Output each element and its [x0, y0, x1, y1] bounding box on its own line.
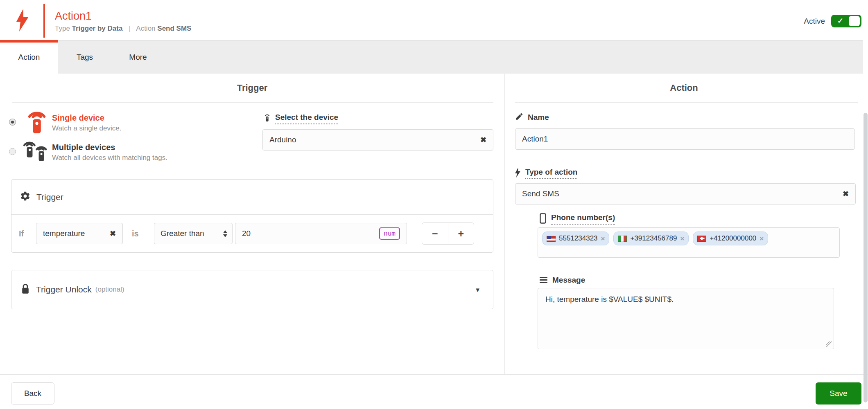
multiple-devices-description: Watch all devices with matching tags. — [52, 154, 167, 162]
resize-handle[interactable] — [826, 342, 832, 348]
active-toggle[interactable]: ✓ — [831, 15, 861, 27]
type-of-action-label: Type of action — [525, 168, 577, 179]
toggle-knob[interactable] — [849, 16, 860, 26]
phone-chip: +41200000000 × — [693, 231, 768, 245]
active-toggle-group: Active ✓ — [804, 15, 861, 27]
variable-field[interactable]: ✖ — [36, 223, 123, 244]
header: Action1 Type Trigger by Data | Action Se… — [0, 0, 868, 40]
subtitle-action-label: Action — [136, 25, 155, 32]
single-device-label: Single device — [52, 113, 104, 123]
name-label-row: Name — [515, 113, 549, 123]
page-subtitle: Type Trigger by Data | Action Send SMS — [55, 25, 191, 33]
phone-number: +41200000000 — [710, 234, 756, 243]
clear-variable-icon[interactable]: ✖ — [110, 230, 116, 237]
message-textarea[interactable]: Hi, temperature is $VALUE$ $UNIT$. — [538, 288, 834, 349]
device-select-input[interactable] — [269, 135, 480, 144]
action-name-input[interactable] — [522, 135, 848, 144]
action-type-field[interactable]: ✖ — [515, 183, 856, 204]
trigger-condition-card: Trigger If ✖ is Greater than num — [11, 179, 493, 253]
remove-condition-button[interactable]: − — [422, 223, 448, 244]
us-flag-icon — [547, 236, 556, 242]
phone-number: +39123456789 — [630, 234, 677, 243]
phone-icon — [540, 213, 546, 226]
lightning-logo-icon — [16, 8, 29, 34]
trigger-heading-rule — [12, 102, 493, 103]
clear-action-type-icon[interactable]: ✖ — [843, 190, 849, 198]
phone-label: Phone number(s) — [551, 213, 615, 225]
page-title: Action1 — [55, 10, 92, 22]
phone-number: 5551234323 — [559, 234, 598, 243]
brand-divider — [43, 4, 45, 38]
subtitle-separator: | — [129, 25, 130, 32]
action-name-field[interactable] — [515, 128, 855, 150]
message-field: Hi, temperature is $VALUE$ $UNIT$. — [538, 288, 834, 349]
tab-more[interactable]: More — [111, 40, 165, 74]
footer: Back Save — [0, 374, 868, 409]
action-panel: Action Name Type of action ✖ — [505, 74, 868, 374]
scrollbar-track — [863, 40, 868, 374]
value-type-badge: num — [379, 227, 400, 239]
check-icon: ✓ — [837, 16, 843, 25]
single-device-icon — [25, 108, 48, 136]
select-device-label: Select the device — [275, 113, 338, 124]
trigger-panel: Trigger Single device Watch a single dev… — [0, 74, 504, 374]
device-select-field[interactable]: ✖ — [262, 129, 493, 151]
threshold-field[interactable]: num — [235, 223, 407, 244]
operator-value: Greater than — [160, 229, 204, 238]
radio-single-device[interactable] — [9, 119, 16, 126]
name-label: Name — [528, 113, 549, 122]
action-heading-rule — [515, 102, 858, 103]
tab-tags[interactable]: Tags — [58, 40, 111, 74]
action-panel-heading: Action — [505, 83, 863, 93]
content: Trigger Single device Watch a single dev… — [0, 74, 868, 374]
threshold-input[interactable] — [242, 229, 379, 238]
gear-icon — [20, 191, 31, 204]
trigger-unlock-title: Trigger Unlock — [36, 285, 92, 294]
multiple-devices-label: Multiple devices — [52, 143, 115, 152]
subtitle-action-value: Send SMS — [157, 25, 191, 32]
phone-chip: 5551234323 × — [542, 231, 609, 245]
multiple-devices-icon — [22, 139, 49, 164]
condition-stepper: − + — [422, 222, 474, 245]
add-condition-button[interactable]: + — [448, 223, 474, 244]
if-label: If — [19, 229, 33, 238]
trigger-card-title: Trigger — [36, 192, 63, 202]
type-of-action-label-row: Type of action — [515, 168, 577, 180]
phone-chip: +39123456789 × — [613, 231, 689, 245]
clear-device-icon[interactable]: ✖ — [480, 136, 486, 144]
remove-phone-icon[interactable]: × — [680, 235, 684, 242]
remove-phone-icon[interactable]: × — [760, 235, 764, 242]
message-lines-icon — [540, 277, 547, 283]
message-label-row: Message — [540, 276, 585, 285]
lock-icon — [21, 283, 29, 296]
select-arrows-icon — [223, 230, 227, 237]
active-label: Active — [804, 17, 825, 26]
action-type-input[interactable] — [522, 189, 843, 198]
select-device-label-row: Select the device — [264, 113, 338, 125]
operator-select[interactable]: Greater than — [154, 223, 233, 244]
message-label: Message — [552, 276, 585, 285]
tab-bar: Action Tags More — [0, 40, 863, 74]
trigger-card-header: Trigger — [11, 180, 493, 215]
chevron-down-icon[interactable]: ▼ — [475, 286, 481, 293]
action-editor-window: Action1 Type Trigger by Data | Action Se… — [0, 0, 868, 409]
variable-input[interactable] — [43, 229, 110, 238]
subtitle-type-value: Trigger by Data — [72, 25, 123, 32]
ch-flag-icon — [697, 236, 706, 242]
remove-phone-icon[interactable]: × — [601, 235, 605, 242]
trigger-panel-heading: Trigger — [0, 83, 504, 93]
condition-row: If ✖ is Greater than num − — [11, 215, 493, 252]
trigger-unlock-card[interactable]: Trigger Unlock (optional) ▼ — [11, 270, 493, 309]
back-button[interactable]: Back — [11, 382, 54, 405]
subtitle-type-label: Type — [55, 25, 70, 32]
scrollbar-thumb[interactable] — [863, 113, 868, 402]
device-icon — [264, 113, 270, 125]
is-label: is — [132, 229, 144, 238]
lightning-icon — [515, 168, 520, 180]
tab-action[interactable]: Action — [0, 40, 58, 74]
radio-multiple-devices[interactable] — [9, 148, 16, 155]
phone-numbers-field[interactable]: 5551234323 × +39123456789 × +41200000000… — [538, 227, 840, 258]
save-button[interactable]: Save — [816, 382, 861, 405]
single-device-description: Watch a single device. — [52, 124, 121, 133]
trigger-unlock-optional: (optional) — [95, 285, 124, 294]
